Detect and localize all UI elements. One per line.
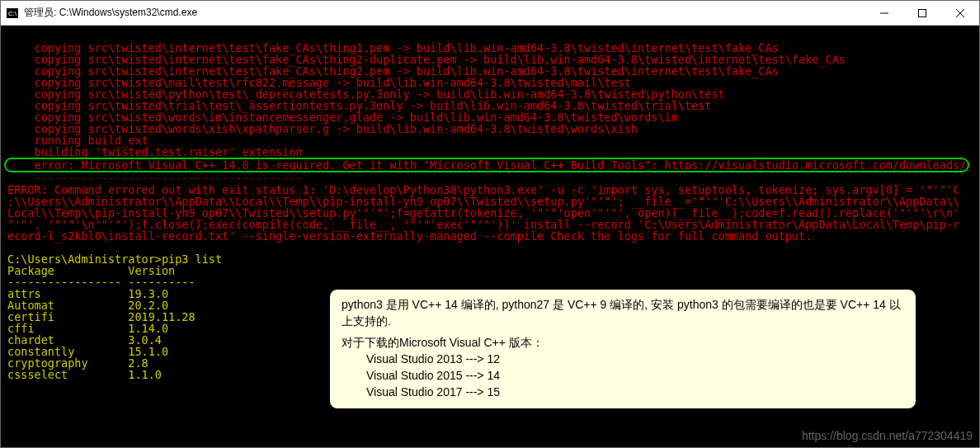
minimize-button[interactable] (865, 1, 903, 26)
watermark: https://blog.csdn.net/a772304419 (802, 429, 973, 442)
window-frame: C:\ 管理员: C:\Windows\system32\cmd.exe cop… (0, 0, 980, 448)
maximize-button[interactable] (903, 1, 941, 26)
pkg-list: attrs 19.3.0 Automat 20.2.0 certifi 2019… (7, 287, 196, 381)
annotation-tooltip: python3 是用 VC++ 14 编译的, python27 是 VC++ … (329, 289, 916, 409)
build-log: copying src\twisted\internet\test\fake_C… (7, 41, 846, 158)
tooltip-map2: Visual Studio 2015 ---> 14 (366, 367, 904, 384)
tooltip-line1: python3 是用 VC++ 14 编译的, python27 是 VC++ … (342, 296, 904, 329)
close-button[interactable] (941, 1, 979, 26)
error-line: error: Microsoft Visual C++ 14.0 is requ… (7, 158, 966, 172)
error-highlight: error: Microsoft Visual C++ 14.0 is requ… (4, 158, 969, 172)
svg-text:C:\: C:\ (8, 10, 17, 17)
tooltip-map3: Visual Studio 2017 ---> 15 (366, 384, 904, 400)
tooltip-line2: 对于下载的Microsoft Visual C++ 版本： (342, 334, 904, 351)
error-block: ERROR: Command errored out with exit sta… (7, 183, 959, 243)
window-controls (865, 1, 979, 26)
cmd-icon: C:\ (6, 7, 19, 20)
svg-rect-4 (919, 9, 926, 17)
tooltip-map1: Visual Studio 2013 ---> 12 (366, 351, 904, 367)
title-bar[interactable]: C:\ 管理员: C:\Windows\system32\cmd.exe (1, 1, 979, 26)
window-title: 管理员: C:\Windows\system32\cmd.exe (24, 6, 865, 20)
